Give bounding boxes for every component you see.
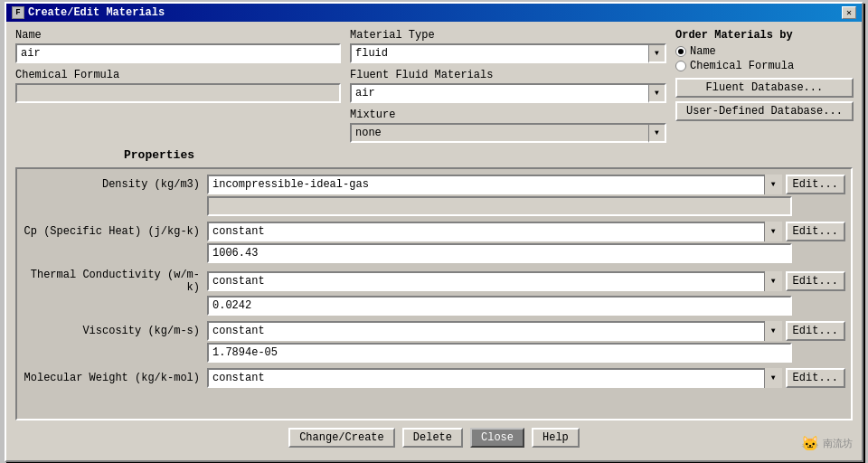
watermark-text: 南流坊 [823,437,853,450]
density-select[interactable]: incompressible-ideal-gas [207,175,782,194]
cp-label: Cp (Specific Heat) (j/kg-k) [23,225,203,238]
properties-container: Properties Density (kg/m3) incompressibl… [15,148,853,420]
property-row-viscosity: Viscosity (kg/m-s) constant ▼ Edit... [23,321,845,341]
radio-formula-label: Chemical Formula [690,60,794,72]
viscosity-value-input[interactable] [207,343,792,363]
viscosity-value-row [23,343,845,363]
bottom-buttons: Change/Create Delete Close Help [15,420,853,453]
mol-weight-select-wrapper: constant ▼ [207,368,782,388]
density-value-input [207,196,792,216]
property-row-cp: Cp (Specific Heat) (j/kg-k) constant ▼ E… [23,222,845,241]
top-section: Name Chemical Formula Material Type flui… [15,29,853,143]
density-arrow[interactable]: ▼ [764,175,782,194]
radio-name-row: Name [675,45,854,58]
mol-weight-edit-button[interactable]: Edit... [786,368,845,388]
window-icon: F [12,6,24,19]
window-body: Name Chemical Formula Material Type flui… [6,22,862,460]
fluent-fluid-label: Fluent Fluid Materials [350,69,666,81]
viscosity-edit-button[interactable]: Edit... [786,321,845,341]
main-window: F Create/Edit Materials ✕ Name Chemical … [5,2,863,462]
properties-panel: Density (kg/m3) incompressible-ideal-gas… [15,167,853,420]
fluent-database-button[interactable]: Fluent Database... [675,78,854,98]
fluent-fluid-wrapper: air ▼ [350,83,666,103]
fluent-fluid-select[interactable]: air [350,83,666,103]
thermal-edit-button[interactable]: Edit... [786,271,845,291]
mol-weight-label: Molecular Weight (kg/k-mol) [23,372,203,384]
material-type-arrow[interactable]: ▼ [648,43,666,63]
property-row-thermal: Thermal Conductivity (w/m-k) constant ▼ … [23,269,845,294]
user-defined-database-button[interactable]: User-Defined Database... [675,101,854,121]
name-input[interactable] [15,43,341,63]
property-row-density: Density (kg/m3) incompressible-ideal-gas… [23,175,845,194]
viscosity-select[interactable]: constant [207,321,782,341]
radio-name[interactable] [675,46,686,57]
cp-value-row [23,243,845,263]
density-select-wrapper: incompressible-ideal-gas ▼ [207,175,782,194]
mol-weight-select[interactable]: constant [207,368,782,388]
thermal-select[interactable]: constant [207,271,782,291]
mixture-wrapper: none ▼ [350,123,666,143]
material-type-label: Material Type [350,29,666,42]
viscosity-label: Viscosity (kg/m-s) [23,325,203,337]
thermal-arrow[interactable]: ▼ [764,271,782,291]
change-create-button[interactable]: Change/Create [288,428,395,448]
left-column: Name Chemical Formula [15,29,341,143]
mixture-arrow[interactable]: ▼ [648,123,666,143]
window-title: Create/Edit Materials [28,6,165,19]
property-row-mol-weight: Molecular Weight (kg/k-mol) constant ▼ E… [23,368,845,388]
close-window-button[interactable]: ✕ [842,6,856,19]
delete-button[interactable]: Delete [402,428,463,448]
title-bar: F Create/Edit Materials ✕ [6,4,862,22]
thermal-label: Thermal Conductivity (w/m-k) [23,269,203,294]
cp-arrow[interactable]: ▼ [764,222,782,241]
watermark: 🐱 南流坊 [801,435,853,453]
mixture-select[interactable]: none [350,123,666,143]
radio-formula-row: Chemical Formula [675,60,854,72]
cp-value-input[interactable] [207,243,792,263]
radio-chemical-formula[interactable] [675,61,686,71]
help-button[interactable]: Help [532,428,580,448]
properties-label: Properties [15,148,853,162]
mol-weight-arrow[interactable]: ▼ [764,368,782,388]
cp-select[interactable]: constant [207,222,782,241]
right-column: Order Materials by Name Chemical Formula… [675,29,854,143]
order-materials-label: Order Materials by [675,29,854,42]
chemical-formula-input[interactable] [15,83,341,103]
thermal-select-wrapper: constant ▼ [207,271,782,291]
mid-column: Material Type fluid ▼ Fluent Fluid Mater… [350,29,666,143]
density-label: Density (kg/m3) [23,178,203,191]
thermal-value-input[interactable] [207,296,792,316]
close-button[interactable]: Close [470,428,524,448]
cp-edit-button[interactable]: Edit... [786,222,845,241]
mixture-label: Mixture [350,109,666,121]
viscosity-select-wrapper: constant ▼ [207,321,782,341]
thermal-value-row [23,296,845,316]
viscosity-arrow[interactable]: ▼ [764,321,782,341]
density-value-row [23,196,845,216]
cp-select-wrapper: constant ▼ [207,222,782,241]
title-bar-left: F Create/Edit Materials [12,6,165,19]
radio-name-label: Name [690,45,716,58]
db-buttons-group: Fluent Database... User-Defined Database… [675,78,854,121]
name-label: Name [15,29,341,42]
material-type-wrapper: fluid ▼ [350,43,666,63]
chemical-formula-label: Chemical Formula [15,69,341,81]
fluent-fluid-arrow[interactable]: ▼ [648,83,666,103]
material-type-select[interactable]: fluid [350,43,666,63]
density-edit-button[interactable]: Edit... [786,175,845,194]
